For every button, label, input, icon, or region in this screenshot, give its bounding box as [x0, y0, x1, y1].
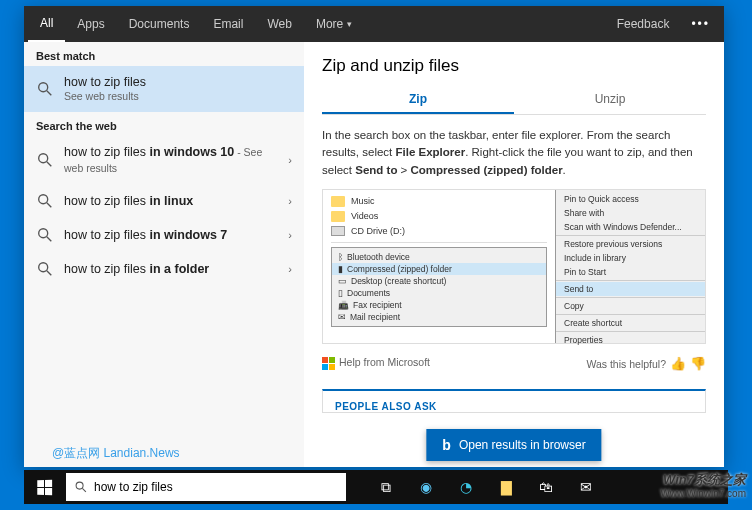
answer-body: In the search box on the taskbar, enter … [322, 127, 706, 179]
search-icon [36, 260, 54, 278]
results-list: Best match how to zip filesSee web resul… [24, 42, 304, 467]
watermark: @蓝点网 Landian.News [52, 445, 180, 462]
tab-documents[interactable]: Documents [117, 6, 202, 42]
filter-tabbar: All Apps Documents Email Web More▾ Feedb… [24, 6, 724, 42]
svg-line-3 [47, 162, 52, 167]
start-button[interactable] [24, 470, 64, 504]
answer-tabs: Zip Unzip [322, 86, 706, 115]
taskbar-search[interactable] [66, 473, 346, 501]
svg-point-10 [76, 482, 83, 489]
paa-heading: PEOPLE ALSO ASK [335, 401, 693, 412]
instruction-screenshot: Music Videos CD Drive (D:) ᛒBluetooth de… [322, 189, 706, 344]
mail-icon[interactable]: ✉ [566, 470, 606, 504]
best-match-label: Best match [24, 42, 304, 66]
svg-line-1 [47, 91, 52, 96]
svg-point-0 [39, 83, 48, 92]
bing-icon: b [442, 437, 451, 453]
chevron-right-icon: › [288, 195, 292, 207]
tab-all[interactable]: All [28, 6, 65, 42]
answer-tab-unzip[interactable]: Unzip [514, 86, 706, 114]
chevron-right-icon: › [288, 154, 292, 166]
feedback-prompt: Was this helpful?👍👎 [586, 356, 706, 371]
microsoft-logo-icon [322, 357, 335, 370]
tab-more[interactable]: More▾ [304, 6, 364, 42]
answer-tab-zip[interactable]: Zip [322, 86, 514, 114]
taskbar: ⧉ ◉ ◔ ▇ 🛍 ✉ [24, 470, 728, 504]
answer-title: Zip and unzip files [322, 56, 706, 76]
search-icon [74, 480, 88, 494]
file-explorer-icon[interactable]: ▇ [486, 470, 526, 504]
edge-icon[interactable]: ◔ [446, 470, 486, 504]
search-icon [36, 192, 54, 210]
svg-point-2 [39, 154, 48, 163]
tab-web[interactable]: Web [255, 6, 303, 42]
task-view-icon[interactable]: ⧉ [366, 470, 406, 504]
svg-point-4 [39, 195, 48, 204]
search-results-panel: All Apps Documents Email Web More▾ Feedb… [24, 6, 724, 467]
tab-email[interactable]: Email [201, 6, 255, 42]
svg-line-11 [82, 488, 86, 492]
windows-logo-icon [37, 479, 52, 494]
watermark: Win7系统之家Www.Winwin7.com [660, 472, 746, 500]
thumbs-down-icon[interactable]: 👎 [690, 356, 706, 371]
svg-point-8 [39, 263, 48, 272]
search-input[interactable] [94, 480, 338, 494]
open-in-browser-button[interactable]: b Open results in browser [426, 429, 601, 461]
best-match-result[interactable]: how to zip filesSee web results [24, 66, 304, 112]
web-result[interactable]: how to zip files in linux › [24, 184, 304, 218]
preview-pane: Zip and unzip files Zip Unzip In the sea… [304, 42, 724, 467]
web-result[interactable]: how to zip files in windows 10 - See web… [24, 136, 304, 185]
svg-line-9 [47, 271, 52, 276]
people-also-ask-card: PEOPLE ALSO ASK [322, 389, 706, 413]
more-options-icon[interactable]: ••• [681, 17, 720, 31]
search-web-label: Search the web [24, 112, 304, 136]
store-icon[interactable]: 🛍 [526, 470, 566, 504]
search-icon [36, 151, 54, 169]
search-icon [36, 80, 54, 98]
svg-point-6 [39, 229, 48, 238]
web-result[interactable]: how to zip files in windows 7 › [24, 218, 304, 252]
web-result[interactable]: how to zip files in a folder › [24, 252, 304, 286]
chevron-right-icon: › [288, 229, 292, 241]
chevron-down-icon: ▾ [347, 19, 352, 29]
chevron-right-icon: › [288, 263, 292, 275]
svg-line-7 [47, 237, 52, 242]
search-icon [36, 226, 54, 244]
thumbs-up-icon[interactable]: 👍 [670, 356, 686, 371]
svg-line-5 [47, 203, 52, 208]
tab-apps[interactable]: Apps [65, 6, 116, 42]
feedback-link[interactable]: Feedback [605, 6, 682, 42]
taskbar-app-icon[interactable]: ◉ [406, 470, 446, 504]
help-source[interactable]: Help from Microsoft [322, 356, 430, 370]
